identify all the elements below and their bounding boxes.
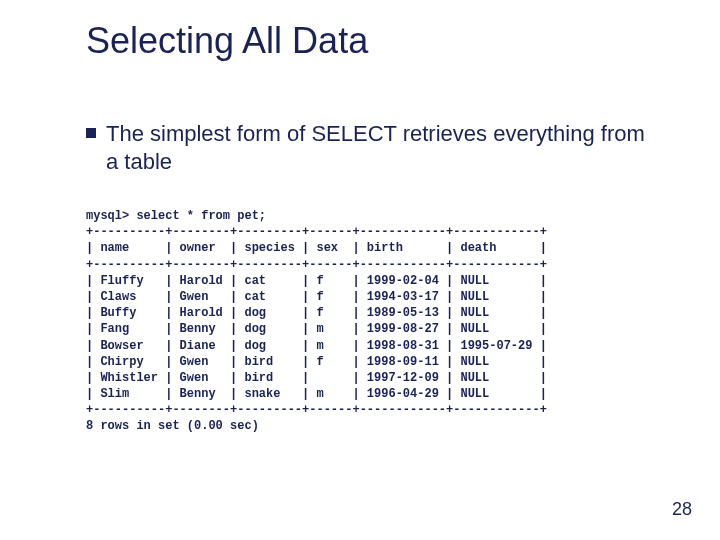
page-number: 28 [672,499,692,520]
slide: Selecting All Data The simplest form of … [0,0,720,540]
page-title: Selecting All Data [86,20,368,62]
bullet-block: The simplest form of SELECT retrieves ev… [86,120,646,175]
bullet-item: The simplest form of SELECT retrieves ev… [86,120,646,175]
sql-output: mysql> select * from pet; +----------+--… [86,208,547,435]
bullet-text: The simplest form of SELECT retrieves ev… [106,120,646,175]
square-bullet-icon [86,128,96,138]
